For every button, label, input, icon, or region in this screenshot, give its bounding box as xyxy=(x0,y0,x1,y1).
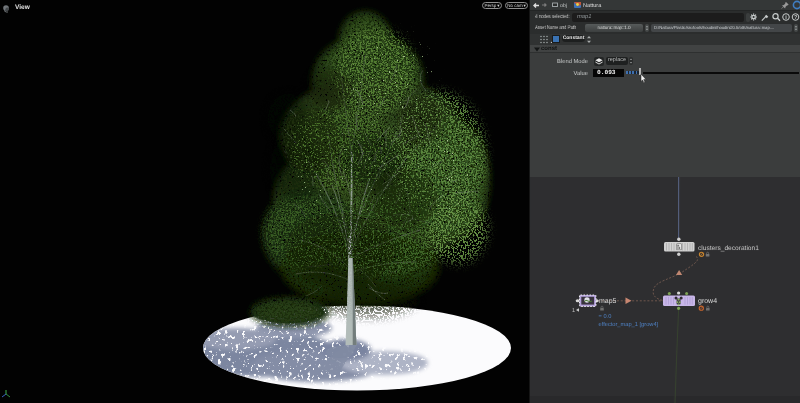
svg-text:1: 1 xyxy=(572,308,575,314)
svg-text:map5: map5 xyxy=(599,298,617,305)
svg-text:i: i xyxy=(785,14,787,21)
svg-text:?: ? xyxy=(794,15,798,21)
svg-text:effector_map_1 [grow4]: effector_map_1 [grow4] xyxy=(598,321,658,328)
svg-text:grow4: grow4 xyxy=(698,298,717,305)
svg-text:= 0.0: = 0.0 xyxy=(598,314,611,320)
svg-text:clusters_decoration1: clusters_decoration1 xyxy=(698,245,759,252)
